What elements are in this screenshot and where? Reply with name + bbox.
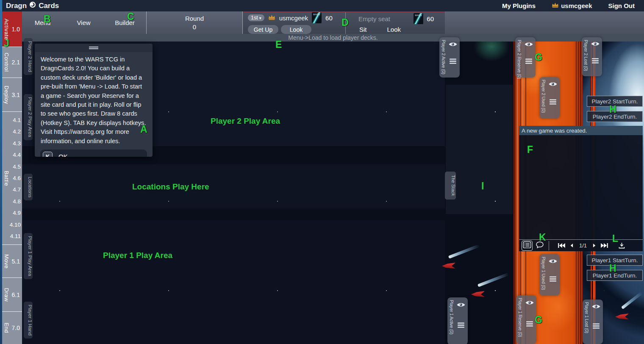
- next-page-icon[interactable]: [593, 243, 596, 248]
- phase-step[interactable]: 6.1: [12, 291, 20, 298]
- seat-position-select[interactable]: 1st▾: [248, 14, 264, 21]
- user-chip[interactable]: usmcgeek: [552, 2, 592, 9]
- tab-locations[interactable]: Locations: [24, 174, 33, 200]
- my-plugins-link[interactable]: My Plugins: [502, 2, 536, 9]
- seat1-deck-icon[interactable]: WARS: [312, 12, 322, 23]
- pile-player1-active[interactable]: Player 1 Active (0): [447, 297, 468, 344]
- phase-activate[interactable]: Activate 1.0: [2, 11, 22, 47]
- phase-step[interactable]: 4.5: [13, 164, 21, 170]
- player2-end-turn-button[interactable]: Player2 EndTurn.: [587, 111, 643, 122]
- phase-control[interactable]: Control 2.1: [2, 47, 22, 78]
- phase-step[interactable]: 4.6: [13, 175, 21, 181]
- pile-player1-used[interactable]: Player 1 Used (0): [539, 254, 560, 296]
- builder-button[interactable]: Builder: [104, 11, 145, 34]
- download-log-icon[interactable]: [619, 243, 625, 249]
- phase-step[interactable]: 4.4: [13, 152, 21, 158]
- top-bar: Dragn Cards My Plugins usmcgeek Sign Out: [0, 0, 644, 11]
- player1-start-turn-button[interactable]: Player1 StartTurn.: [587, 255, 643, 266]
- dialog-drag-handle[interactable]: [35, 44, 153, 52]
- spaceship-art: [471, 291, 485, 297]
- pile-player1-lost[interactable]: Player 1 Lost (0): [583, 300, 603, 344]
- phase-step[interactable]: 5.1: [12, 258, 20, 265]
- menu-icon[interactable]: [593, 323, 600, 330]
- phase-name: End: [3, 323, 10, 333]
- sign-out-link[interactable]: Sign Out: [608, 2, 635, 9]
- phase-name: Deploy: [3, 86, 10, 104]
- phase-step[interactable]: 4.8: [13, 198, 21, 205]
- chat-view-toggle[interactable]: [536, 241, 544, 250]
- pile-label: Player 2 Lost (0): [583, 40, 588, 74]
- seat1-look-button[interactable]: Look: [281, 25, 311, 34]
- ok-button[interactable]: K OK: [40, 150, 147, 157]
- menu-icon[interactable]: [525, 58, 532, 66]
- pile-player2-reserve[interactable]: Player 2 Reserve (0): [515, 37, 536, 78]
- last-page-icon[interactable]: [600, 243, 608, 248]
- phase-deploy[interactable]: Deploy 3.1: [2, 78, 22, 111]
- tab-player1-play-area[interactable]: Player 1 Play Area: [24, 233, 33, 279]
- seat2-deck-icon[interactable]: WARS: [414, 13, 423, 24]
- phase-move[interactable]: Move 5.1: [2, 244, 22, 277]
- menu-button[interactable]: Menu: [22, 11, 63, 34]
- player1-end-turn-button[interactable]: Player1 EndTurn.: [587, 270, 643, 281]
- tab-player1-hand[interactable]: Player 1 Hand: [24, 302, 33, 338]
- phase-step[interactable]: 4.2: [13, 128, 21, 135]
- chat-log-entry: A new game was created.: [519, 126, 643, 135]
- pile-player1-reserve[interactable]: Player 1 Reserve (0): [516, 295, 536, 344]
- phase-step[interactable]: 4.11: [10, 233, 21, 239]
- phase-step[interactable]: 4.10: [10, 222, 21, 228]
- phase-step[interactable]: 7.0: [12, 325, 20, 331]
- phase-step[interactable]: 1.0: [12, 26, 20, 33]
- menu-icon[interactable]: [458, 322, 464, 330]
- round-label: Round: [185, 15, 204, 22]
- tab-player2-play-area[interactable]: Player 2 Play Area: [24, 94, 33, 140]
- phase-battle[interactable]: Battle 4.1 4.2 4.3 4.4 4.5 4.6 4.7 4.8 4…: [2, 111, 22, 244]
- eye-icon[interactable]: [592, 303, 601, 311]
- eye-icon[interactable]: [525, 300, 534, 307]
- deck-label: WARS: [313, 13, 320, 16]
- phase-step[interactable]: 2.1: [12, 59, 20, 66]
- app-logo[interactable]: Dragn Cards: [6, 1, 59, 11]
- player2-start-turn-button[interactable]: Player2 StartTurn.: [587, 96, 643, 107]
- phase-step[interactable]: 4.1: [13, 117, 21, 123]
- eye-icon[interactable]: [457, 302, 466, 309]
- phase-step[interactable]: 4.3: [13, 140, 21, 147]
- menu-icon[interactable]: [592, 58, 599, 65]
- get-up-button[interactable]: Get Up: [248, 25, 278, 34]
- pile-player2-active[interactable]: Player 2 Active (0): [439, 37, 460, 78]
- menu-icon[interactable]: [550, 99, 556, 106]
- eye-icon[interactable]: [549, 81, 558, 89]
- pile-label: Player 1 Reserve (0): [518, 298, 523, 341]
- seat-player1: 1st▾ usmcgeek WARS 60 Get Up Look: [243, 12, 345, 34]
- menu-icon[interactable]: [550, 276, 556, 283]
- view-button[interactable]: View: [63, 11, 104, 34]
- eye-icon[interactable]: [525, 41, 533, 49]
- prev-page-icon[interactable]: [570, 243, 573, 248]
- phase-name: Control: [3, 53, 10, 72]
- pile-the-stack[interactable]: The Stack: [445, 172, 456, 200]
- first-page-icon[interactable]: [558, 243, 566, 248]
- phase-step[interactable]: 3.1: [12, 92, 20, 98]
- tab-player2-hand[interactable]: Player 2 Hand: [24, 38, 33, 75]
- seat2-look-button[interactable]: Look: [387, 26, 401, 33]
- eye-icon[interactable]: [449, 41, 458, 49]
- menu-icon[interactable]: [526, 321, 533, 328]
- pile-player2-used[interactable]: Player 2 Used (0): [539, 77, 560, 119]
- sit-button[interactable]: Sit: [359, 26, 367, 33]
- phase-step[interactable]: 4.7: [13, 186, 21, 193]
- menu-icon[interactable]: [450, 58, 456, 66]
- eye-icon[interactable]: [549, 258, 558, 266]
- pile-player2-lost[interactable]: Player 2 Lost (0): [582, 37, 602, 76]
- empty-seat-label: Empty seat: [358, 15, 390, 22]
- eye-icon[interactable]: [591, 41, 600, 48]
- player1-play-area-zone: [22, 220, 445, 344]
- chat-body[interactable]: [519, 135, 643, 239]
- player1-play-area-label: Player 1 Play Area: [103, 251, 172, 260]
- seats-panel: 1st▾ usmcgeek WARS 60 Get Up Look Empty …: [243, 11, 445, 34]
- menu-bar: Menu View Builder Round 0 1st▾ usmcgeek …: [0, 11, 644, 34]
- phase-end[interactable]: End 7.0: [2, 311, 22, 344]
- phase-step[interactable]: 4.9: [13, 210, 21, 216]
- seat-position-value: 1st: [251, 15, 258, 21]
- phase-draw[interactable]: Draw 6.1: [2, 277, 22, 311]
- hotkey-keycap: K: [43, 152, 53, 157]
- log-view-toggle[interactable]: [522, 241, 533, 251]
